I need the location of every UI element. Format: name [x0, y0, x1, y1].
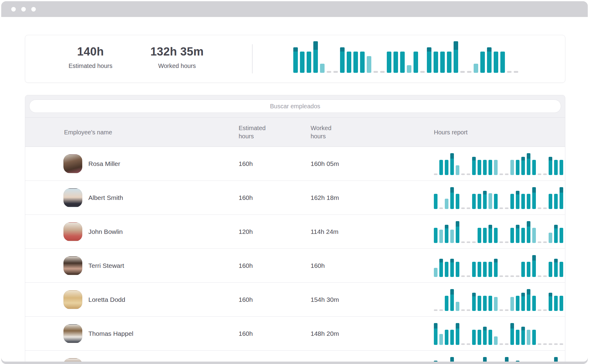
worked-day-bar [560, 262, 563, 277]
estimated-hours-label: Estimated hours [48, 62, 133, 69]
table-row[interactable]: John Bowlin120h114h 24m [25, 215, 565, 249]
worked-day-bar [478, 330, 481, 345]
partial-day-bar [494, 297, 498, 311]
overtime-day-bar [450, 289, 454, 311]
day-off-dash [543, 241, 547, 243]
worked-day-bar [549, 194, 552, 209]
overtime-day-bar [456, 221, 459, 243]
day-off-dash [434, 174, 437, 175]
day-off-dash [467, 241, 470, 243]
worked-day-bar [483, 296, 487, 311]
day-off-dash [505, 174, 509, 175]
worked-day-bar [560, 296, 563, 311]
overtime-day-bar [450, 153, 454, 175]
worked-day-bar [494, 194, 498, 209]
table-row[interactable]: Rosa Miller160h160h 05m [25, 147, 565, 181]
window-control-dot[interactable] [21, 7, 26, 12]
overtime-cap [483, 327, 487, 330]
hours-report-chart [434, 255, 565, 277]
estimated-hours-cell: 160h [239, 296, 253, 303]
worked-day-bar [450, 330, 454, 345]
table-row[interactable]: Thomas Happel160h148h 20m [25, 317, 565, 351]
partial-day-bar [456, 165, 459, 175]
worked-day-bar [445, 296, 448, 311]
day-off-dash [461, 174, 465, 175]
overtime-cap [521, 327, 525, 330]
worked-day-bar [472, 330, 476, 345]
overtime-cap [532, 187, 536, 193]
overtime-day-bar [532, 187, 536, 209]
partial-day-bar [532, 228, 536, 243]
worked-day-bar [516, 296, 519, 311]
worked-day-bar [532, 160, 536, 175]
overtime-day-bar [472, 293, 476, 311]
worked-day-bar [483, 262, 487, 277]
overtime-day-bar [560, 187, 563, 209]
day-off-dash [467, 309, 470, 311]
overtime-day-bar [549, 293, 552, 311]
overtime-cap [516, 225, 519, 228]
employee-avatar [63, 188, 82, 207]
overtime-day-bar [340, 47, 345, 73]
worked-day-bar [445, 262, 448, 277]
table-row[interactable]: Albert Smith160h162h 18m [25, 181, 565, 215]
worked-hours-cell: 160h [311, 262, 325, 269]
worked-day-bar [489, 160, 492, 175]
partial-day-bar [445, 199, 448, 209]
overtime-day-bar [554, 357, 558, 362]
day-off-dash [467, 343, 470, 345]
table-row[interactable]: Loretta Dodd160h154h 30m [25, 283, 565, 317]
partial-day-bar [439, 334, 443, 345]
summary-divider [252, 44, 253, 73]
overtime-day-bar [483, 191, 487, 209]
worked-day-bar [393, 52, 398, 73]
estimated-hours-value: 140h [48, 45, 133, 58]
overtime-cap [521, 157, 525, 160]
day-off-dash [538, 309, 541, 311]
worked-hours-label: Worked hours [134, 62, 220, 69]
worked-day-bar [445, 160, 448, 175]
day-off-dash [510, 275, 514, 277]
worked-day-bar [554, 160, 558, 175]
day-off-dash [439, 309, 443, 311]
partial-day-bar [510, 297, 514, 311]
day-off-dash [461, 309, 465, 311]
window-control-dot[interactable] [31, 7, 36, 12]
overtime-cap [494, 259, 498, 262]
worked-day-bar [560, 160, 563, 175]
day-off-dash [543, 309, 547, 311]
overtime-day-bar [532, 255, 536, 277]
day-off-dash [516, 275, 519, 277]
worked-hours-stat: 132h 35m Worked hours [134, 45, 220, 69]
overtime-day-bar [516, 225, 519, 243]
overtime-cap [340, 47, 345, 52]
worked-day-bar [478, 228, 481, 243]
overtime-cap [434, 323, 437, 329]
day-off-dash [461, 207, 465, 209]
worked-day-bar [447, 52, 451, 73]
day-off-dash [505, 309, 509, 311]
worked-day-bar [521, 228, 525, 243]
table-header: Employee's name Estimated hours Worked h… [25, 117, 565, 147]
day-off-dash [333, 71, 338, 73]
worked-day-bar [483, 160, 487, 175]
overtime-cap [510, 323, 514, 329]
overtime-cap [549, 157, 552, 160]
worked-day-bar [554, 194, 558, 209]
employee-avatar [63, 324, 82, 343]
window-control-dot[interactable] [11, 7, 16, 12]
overtime-cap [532, 255, 536, 261]
table-row[interactable]: Terri Stewart160h160h [25, 249, 565, 283]
page-content: 140h Estimated hours 132h 35m Worked hou… [1, 17, 588, 362]
worked-day-bar [500, 52, 505, 73]
overtime-day-bar [549, 157, 552, 175]
worked-day-bar [445, 330, 448, 345]
overtime-cap [450, 259, 454, 262]
worked-day-bar [560, 228, 563, 243]
overtime-day-bar [521, 327, 525, 345]
table-row[interactable] [25, 351, 565, 362]
worked-day-bar [489, 296, 492, 311]
hours-report-chart [434, 221, 565, 243]
hours-sparkline-chart [293, 41, 520, 73]
search-input[interactable] [29, 99, 561, 113]
